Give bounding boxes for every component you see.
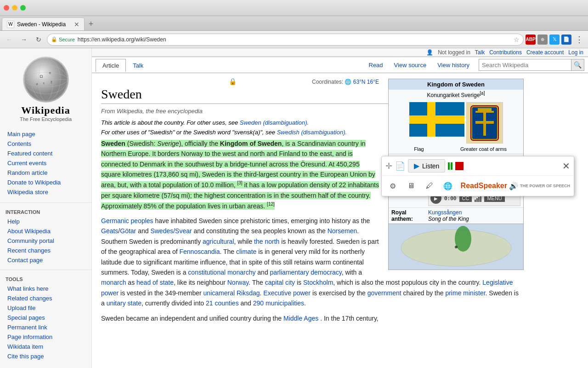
maximize-window-button[interactable] xyxy=(20,5,26,11)
290-municipalities-link[interactable]: 290 municipalities xyxy=(253,299,304,307)
address-bar[interactable]: 🔒 Secure https://en.wikipedia.org/wiki/S… xyxy=(47,34,524,46)
sidebar-item-wikidata[interactable]: Wikidata item xyxy=(0,342,91,351)
norsemen-link[interactable]: Norsemen xyxy=(328,227,357,235)
tab-talk[interactable]: Talk xyxy=(126,59,150,72)
rs-text-icon[interactable]: 🖊 xyxy=(422,178,437,193)
svg-rect-16 xyxy=(475,121,494,124)
close-window-button[interactable] xyxy=(4,5,9,11)
disambig2-text: For other uses of "Swedish" or the Swedi… xyxy=(101,129,275,136)
sidebar-item-recent-changes[interactable]: Recent changes xyxy=(0,246,91,255)
ext-icon-4[interactable]: 📄 xyxy=(561,34,571,45)
sidebar-item-upload-file[interactable]: Upload file xyxy=(0,303,91,313)
rs-stop-button[interactable] xyxy=(455,162,464,170)
ext-icon-twitter[interactable]: 𝕏 xyxy=(549,34,560,45)
tab-close-button[interactable]: ✕ xyxy=(74,21,79,28)
login-link[interactable]: Log in xyxy=(568,49,583,56)
rs-listen-button[interactable]: ▶ Listen xyxy=(408,159,445,172)
svg-text:α: α xyxy=(36,82,38,86)
stockholm-link[interactable]: Stockholm xyxy=(303,279,333,286)
sidebar-item-community-portal[interactable]: Community portal xyxy=(0,236,91,246)
sidebar-item-contact[interactable]: Contact page xyxy=(0,255,91,265)
middle-ages-link[interactable]: Middle Ages xyxy=(283,315,318,322)
sidebar-item-about[interactable]: About Wikipedia xyxy=(0,226,91,236)
refresh-button[interactable]: ↻ xyxy=(32,33,45,46)
sidebar-item-donate[interactable]: Donate to Wikipedia xyxy=(0,178,91,187)
fennoscandia-link[interactable]: Fennoscandia xyxy=(179,248,220,255)
sidebar-item-random-article[interactable]: Random article xyxy=(0,168,91,178)
browser-menu-button[interactable]: ⋮ xyxy=(573,34,585,45)
swedes-link[interactable]: Swedes/Svear xyxy=(150,227,192,235)
user-bar: 👤 Not logged in Talk Contributions Creat… xyxy=(92,48,588,57)
climate-link[interactable]: climate xyxy=(236,248,256,255)
north-link[interactable]: the north xyxy=(254,238,279,245)
sidebar-item-permanent-link[interactable]: Permanent link xyxy=(0,322,91,332)
tab-view-history[interactable]: View history xyxy=(432,59,475,71)
svg-text:π: π xyxy=(48,71,51,75)
rs-language-icon[interactable]: 🌐 xyxy=(441,178,455,193)
coordinates-value[interactable]: 63°N 16°E xyxy=(353,79,379,85)
sidebar-item-main-page[interactable]: Main page xyxy=(0,129,91,139)
talk-link[interactable]: Talk xyxy=(475,49,485,56)
riksdag-link[interactable]: unicameral Riksdag xyxy=(204,289,260,297)
sidebar-item-cite-page[interactable]: Cite this page xyxy=(0,351,91,361)
sidebar-item-related-changes[interactable]: Related changes xyxy=(0,293,91,303)
agricultural-link[interactable]: agricultural xyxy=(203,238,234,245)
contributions-link[interactable]: Contributions xyxy=(489,49,522,56)
sidebar-item-store[interactable]: Wikipedia store xyxy=(0,187,91,197)
lock-icon: 🔒 xyxy=(51,36,57,42)
coat-of-arms-image xyxy=(466,102,503,144)
monarch-link[interactable]: monarch xyxy=(101,279,126,286)
parliamentary-democracy-link[interactable]: parliamentary democracy xyxy=(270,269,342,276)
prime-minister-link[interactable]: prime minister xyxy=(445,289,485,297)
tabs-right: Read View source View history 🔍 xyxy=(363,57,588,73)
vol-bar-3 xyxy=(478,197,480,202)
sidebar-item-special-pages[interactable]: Special pages xyxy=(0,313,91,322)
search-button[interactable]: 🔍 xyxy=(571,59,584,70)
nav-bar: ← → ↻ 🔒 Secure https://en.wikipedia.org/… xyxy=(0,31,588,48)
adblock-icon[interactable]: ABP xyxy=(526,34,536,45)
constitutional-monarchy-link[interactable]: constitutional monarchy xyxy=(188,269,255,276)
unitary-state-link[interactable]: unitary state xyxy=(107,299,141,307)
head-of-state-link[interactable]: head of state xyxy=(136,279,174,286)
bookmark-icon[interactable]: ☆ xyxy=(514,36,520,43)
sidebar-item-page-info[interactable]: Page information xyxy=(0,332,91,342)
sidebar-item-contents[interactable]: Contents xyxy=(0,139,91,149)
tab-view-source[interactable]: View source xyxy=(389,59,432,71)
active-tab[interactable]: W Sweden - Wikipedia ✕ xyxy=(2,17,85,30)
flag-cross-vertical xyxy=(427,102,435,137)
user-icon: 👤 xyxy=(426,49,433,56)
infobox-title: Kingdom of Sweden xyxy=(389,79,523,90)
rs-drag-handle[interactable]: ✛ xyxy=(385,161,392,171)
create-account-link[interactable]: Create account xyxy=(526,49,564,56)
tab-article[interactable]: Article xyxy=(96,59,126,72)
capital-city-link[interactable]: capital city xyxy=(265,279,295,286)
sidebar-item-what-links-here[interactable]: What links here xyxy=(0,284,91,293)
government-link[interactable]: government xyxy=(368,289,401,297)
sidebar-item-help[interactable]: Help xyxy=(0,217,91,226)
forward-button[interactable]: → xyxy=(17,33,30,46)
norway-link[interactable]: Norway xyxy=(227,279,249,286)
geats-link[interactable]: Geats xyxy=(101,227,118,235)
germanic-link[interactable]: Germanic peoples xyxy=(101,217,153,224)
disambig1-link[interactable]: Sweden (disambiguation). xyxy=(240,119,309,126)
back-button[interactable]: ← xyxy=(3,33,16,46)
executive-power-link[interactable]: Executive power xyxy=(263,289,311,297)
sidebar-interaction-title: Interaction xyxy=(0,207,91,217)
royal-anthem-link[interactable]: Kungssången xyxy=(428,209,462,216)
new-tab-button[interactable]: + xyxy=(85,17,97,30)
ext-icon-2[interactable]: ⊕ xyxy=(537,34,548,45)
minimize-window-button[interactable] xyxy=(12,5,17,11)
21-counties-link[interactable]: 21 counties xyxy=(206,299,239,307)
sidebar-item-featured-content[interactable]: Featured content xyxy=(0,149,91,158)
rs-close-button[interactable]: ✕ xyxy=(562,161,570,172)
sidebar-nav: Main page Contents Featured content Curr… xyxy=(0,126,91,200)
rs-settings-icon[interactable]: ⚙ xyxy=(385,178,400,193)
rs-pause-button[interactable] xyxy=(448,162,452,170)
disambig2-link[interactable]: Swedish (disambiguation). xyxy=(277,129,347,136)
gotar-link[interactable]: Götar xyxy=(120,227,136,235)
rs-listen-label: Listen xyxy=(422,162,439,170)
search-input[interactable] xyxy=(479,59,571,70)
sidebar-item-current-events[interactable]: Current events xyxy=(0,158,91,168)
rs-display-icon[interactable]: 🖥 xyxy=(404,178,418,193)
tab-read[interactable]: Read xyxy=(363,59,389,71)
